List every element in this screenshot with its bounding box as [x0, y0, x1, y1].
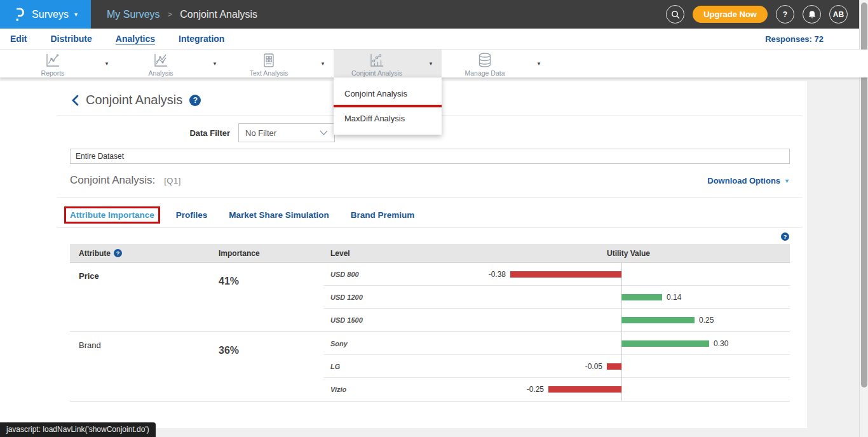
toolbar-item-label: Manage Data — [465, 69, 505, 77]
top-header: Surveys ▾ My Surveys > Conjoint Analysis… — [0, 0, 868, 29]
tab-brand-premium[interactable]: Brand Premium — [351, 210, 415, 220]
tab-profiles[interactable]: Profiles — [176, 210, 208, 220]
page-title: Conjoint Analysis — [86, 93, 182, 107]
responses-count[interactable]: Responses: 72 — [765, 34, 824, 44]
levels-container: USD 800-0.38USD 12000.14USD 15000.25 — [324, 263, 790, 332]
attribute-group-brand: Brand36%Sony0.30LG-0.05Vizio-0.25 — [70, 332, 790, 401]
utility-value-label: 0.25 — [699, 316, 714, 325]
utility-bar-area: -0.25 — [467, 378, 790, 401]
data-filter-label: Data Filter — [0, 128, 230, 138]
utility-bar — [621, 317, 695, 323]
toolbar-item-label: Text Analysis — [250, 69, 288, 77]
level-name: Sony — [324, 340, 467, 347]
section-divider — [57, 197, 802, 198]
level-row-sony: Sony0.30 — [324, 332, 790, 355]
section-title: Conjoint Analysis: — [70, 174, 155, 187]
toolbar-item-label: Conjoint Analysis — [351, 69, 402, 77]
attribute-name: Brand — [70, 332, 216, 401]
upgrade-now-button[interactable]: Upgrade Now — [693, 6, 768, 23]
utility-value-label: -0.38 — [489, 270, 506, 279]
attribute-importance-table: Attribute ? Importance Level Utility Val… — [70, 244, 790, 401]
subnav-link-edit[interactable]: Edit — [10, 34, 27, 44]
analytics-toolbar: Reports▾Analysis▾Text Analysis▾Conjoint … — [0, 50, 868, 77]
questionpro-logo-icon — [13, 7, 26, 22]
title-help-icon[interactable]: ? — [189, 95, 201, 106]
subnav-link-analytics[interactable]: Analytics — [116, 34, 155, 44]
importance-value: 36% — [216, 332, 324, 401]
breadcrumb: My Surveys > Conjoint Analysis — [107, 0, 257, 29]
menu-item-conjoint-analysis[interactable]: Conjoint Analysis — [334, 83, 442, 104]
toolbar-item-analysis[interactable]: Analysis▾ — [118, 50, 226, 77]
tabs-divider — [57, 227, 802, 228]
search-icon — [671, 10, 680, 19]
tabs-row: Attribute ImportanceProfilesMarket Share… — [70, 210, 790, 227]
attribute-help-icon[interactable]: ? — [114, 249, 122, 257]
analysis-icon — [153, 52, 169, 69]
avatar[interactable]: AB — [829, 5, 848, 24]
subnav-link-integration[interactable]: Integration — [179, 34, 224, 44]
toolbar-item-reports[interactable]: Reports▾ — [10, 50, 118, 77]
utility-value-label: 0.30 — [714, 339, 728, 348]
column-header-importance: Importance — [216, 249, 324, 258]
tab-attribute-importance[interactable]: Attribute Importance — [64, 206, 160, 224]
notifications-button[interactable] — [803, 5, 821, 24]
back-button[interactable] — [71, 95, 79, 106]
level-row-lg: LG-0.05 — [324, 355, 790, 378]
attribute-name: Price — [70, 263, 216, 332]
level-row-usd-800: USD 800-0.38 — [324, 263, 790, 286]
chevron-down-icon — [320, 130, 328, 135]
data-filter-select[interactable]: No Filter — [238, 123, 335, 142]
utility-value-label: 0.14 — [667, 293, 681, 302]
manage-data-icon — [477, 52, 493, 69]
breadcrumb-parent[interactable]: My Surveys — [107, 9, 160, 20]
toolbar-item-manage-data[interactable]: Manage Data▾ — [442, 50, 550, 77]
tab-market-share-simulation[interactable]: Market Share Simulation — [229, 210, 329, 220]
toolbar-items: Reports▾Analysis▾Text Analysis▾Conjoint … — [0, 50, 868, 77]
toolbar-caret-manage-data[interactable]: ▾ — [528, 50, 550, 77]
bell-icon — [808, 10, 817, 19]
table-help-icon[interactable]: ? — [781, 232, 789, 241]
level-name: USD 800 — [324, 271, 467, 278]
status-bar-link-preview: javascript: loadNavLink('showConjoint.do… — [0, 422, 156, 437]
attribute-header-label: Attribute — [79, 249, 111, 258]
chevron-down-icon: ▾ — [74, 11, 78, 18]
product-menu-label: Surveys — [32, 9, 69, 20]
subnav-link-distribute[interactable]: Distribute — [50, 34, 92, 44]
utility-bar — [621, 294, 662, 300]
conjoint-dropdown-menu: Conjoint AnalysisMaxDiff Analysis — [334, 77, 442, 135]
utility-bar-area: -0.05 — [467, 355, 790, 377]
column-header-utility-value: Utility Value — [467, 249, 790, 258]
dataset-input[interactable] — [70, 149, 790, 164]
utility-bar — [621, 340, 709, 347]
level-name: USD 1500 — [324, 316, 467, 324]
table-body: Price41%USD 800-0.38USD 12000.14USD 1500… — [70, 263, 790, 401]
utility-bar — [607, 363, 621, 370]
toolbar-item-text-analysis[interactable]: Text Analysis▾ — [226, 50, 334, 77]
level-row-vizio: Vizio-0.25 — [324, 378, 790, 401]
header-actions: Upgrade Now ? AB — [666, 0, 848, 29]
section-question-code: [Q1] — [164, 176, 181, 185]
attribute-group-price: Price41%USD 800-0.38USD 12000.14USD 1500… — [70, 263, 790, 332]
toolbar-item-conjoint-analysis[interactable]: Conjoint Analysis▾ — [334, 50, 442, 77]
menu-item-maxdiff-analysis[interactable]: MaxDiff Analysis — [334, 107, 442, 128]
utility-bar-area: 0.30 — [467, 332, 790, 354]
chevron-left-icon — [71, 95, 79, 106]
column-header-attribute: Attribute ? — [70, 249, 216, 258]
product-menu[interactable]: Surveys ▾ — [0, 0, 91, 29]
chevron-down-icon: ▼ — [784, 178, 790, 184]
utility-value-label: -0.05 — [585, 362, 602, 371]
table-help-row: ? — [0, 232, 789, 241]
toolbar-caret-analysis[interactable]: ▾ — [204, 50, 226, 77]
search-button[interactable] — [666, 5, 684, 24]
download-options-link[interactable]: Download Options ▼ — [707, 176, 790, 185]
toolbar-caret-text-analysis[interactable]: ▾ — [312, 50, 334, 77]
utility-bar-area: 0.25 — [467, 309, 790, 332]
toolbar-caret-conjoint-analysis[interactable]: ▾ — [420, 50, 442, 77]
help-button[interactable]: ? — [776, 5, 794, 24]
toolbar-caret-reports[interactable]: ▾ — [96, 50, 118, 77]
download-options-label: Download Options — [707, 176, 780, 185]
levels-container: Sony0.30LG-0.05Vizio-0.25 — [324, 332, 790, 401]
column-header-level: Level — [324, 249, 467, 258]
level-name: USD 1200 — [324, 293, 467, 301]
level-row-usd-1500: USD 15000.25 — [324, 309, 790, 332]
